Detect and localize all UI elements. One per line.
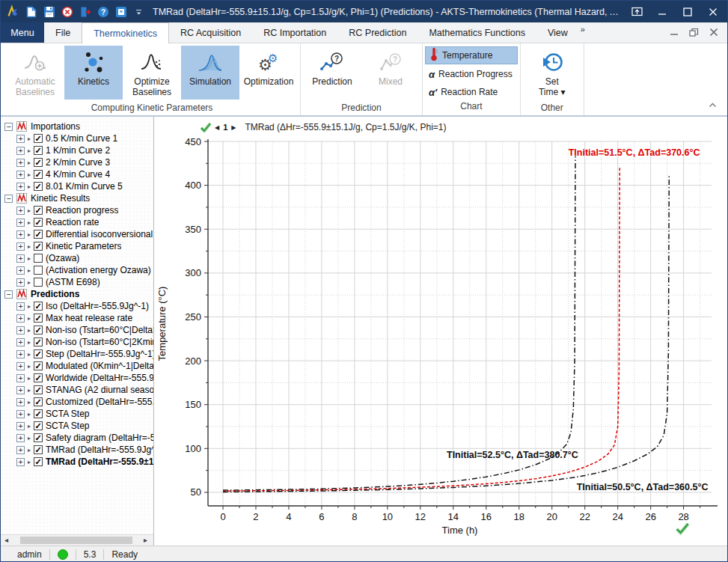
set-time-button[interactable]: Set Time ▾ bbox=[523, 46, 581, 100]
expand-box-icon[interactable]: + bbox=[16, 302, 25, 311]
expand-box-icon[interactable]: + bbox=[16, 362, 25, 370]
collapse-ribbon-button[interactable] bbox=[709, 97, 717, 111]
tree-item[interactable]: +▸✓Non-iso (Tstart=60°C|DeltaHr bbox=[1, 324, 153, 336]
save-icon[interactable] bbox=[43, 5, 55, 18]
expand-box-icon[interactable]: + bbox=[16, 219, 25, 227]
temperature-button[interactable]: Temperature bbox=[425, 46, 518, 64]
item-checkbox[interactable]: ✓ bbox=[34, 409, 43, 418]
item-checkbox[interactable] bbox=[34, 278, 43, 287]
close-file-icon[interactable] bbox=[61, 5, 73, 18]
item-checkbox[interactable]: ✓ bbox=[34, 134, 43, 143]
expand-box-icon[interactable]: + bbox=[16, 434, 25, 442]
mdi-restore-button[interactable] bbox=[689, 26, 699, 40]
tree-item[interactable]: +▸✓SCTA Step bbox=[1, 420, 153, 432]
tab-rc-importation[interactable]: RC Importation bbox=[252, 22, 337, 43]
tab-file[interactable]: File bbox=[44, 22, 82, 43]
tab-rc-prediction[interactable]: RC Prediction bbox=[337, 22, 417, 43]
window-icon[interactable] bbox=[114, 5, 127, 18]
prediction-button[interactable]: ?Prediction bbox=[303, 46, 361, 100]
tree-item[interactable]: +▸✓1 K/min Curve 2 bbox=[1, 144, 153, 156]
item-checkbox[interactable]: ✓ bbox=[34, 242, 43, 251]
item-checkbox[interactable]: ✓ bbox=[34, 445, 43, 454]
tree-section-importations[interactable]: −Importations bbox=[1, 120, 153, 132]
tree-item[interactable]: +▸(Activation energy Ozawa) bbox=[1, 264, 153, 276]
exit-icon[interactable] bbox=[79, 5, 91, 18]
kinetics-button[interactable]: Kinetics bbox=[64, 46, 123, 100]
tree-item[interactable]: +▸✓2 K/min Curve 3 bbox=[1, 156, 153, 168]
item-checkbox[interactable]: ✓ bbox=[34, 158, 43, 167]
item-checkbox[interactable]: ✓ bbox=[34, 182, 43, 191]
tree-item[interactable]: +▸✓Reaction rate bbox=[1, 216, 153, 228]
scroll-left-arrow-icon[interactable]: ◂ bbox=[4, 535, 8, 546]
optimize-baselines-button[interactable]: Optimize Baselines bbox=[123, 46, 181, 100]
tree-item[interactable]: +▸✓TMRad (DeltaHr=-555.9Jg^-1 bbox=[1, 444, 153, 456]
item-checkbox[interactable]: ✓ bbox=[34, 457, 43, 466]
item-checkbox[interactable] bbox=[34, 266, 43, 275]
tree-item[interactable]: +▸✓4 K/min Curve 4 bbox=[1, 168, 153, 180]
pin-window-button[interactable] bbox=[624, 2, 649, 22]
tree-item[interactable]: +▸✓0.5 K/min Curve 1 bbox=[1, 132, 153, 144]
expand-box-icon[interactable]: + bbox=[16, 242, 25, 251]
collapse-box-icon[interactable]: − bbox=[4, 123, 13, 131]
reaction-rate-button[interactable]: α′Reaction Rate bbox=[425, 84, 518, 100]
tree-item[interactable]: +▸✓STANAG (A2 diurnal seasona bbox=[1, 384, 153, 396]
tree-item[interactable]: +▸✓Safety diagram (DeltaHr=-555 bbox=[1, 432, 153, 444]
item-checkbox[interactable]: ✓ bbox=[34, 230, 43, 239]
pager-next-button[interactable]: ▶ bbox=[231, 124, 236, 131]
item-checkbox[interactable]: ✓ bbox=[34, 146, 43, 155]
expand-box-icon[interactable]: + bbox=[16, 278, 25, 287]
tree-item[interactable]: +▸✓Differential isoconversional bbox=[1, 228, 153, 240]
expand-box-icon[interactable]: + bbox=[16, 159, 25, 167]
expand-box-icon[interactable]: + bbox=[16, 374, 25, 382]
tree-horizontal-scrollbar[interactable]: ◂ ▸ bbox=[1, 534, 153, 546]
item-checkbox[interactable]: ✓ bbox=[34, 337, 43, 346]
expand-box-icon[interactable]: + bbox=[16, 230, 25, 239]
expand-box-icon[interactable]: + bbox=[16, 207, 25, 215]
menu-button[interactable]: Menu bbox=[1, 22, 44, 43]
expand-box-icon[interactable]: + bbox=[16, 338, 25, 346]
expand-box-icon[interactable]: + bbox=[16, 183, 25, 191]
tree-item[interactable]: +▸(Ozawa) bbox=[1, 252, 153, 264]
expand-box-icon[interactable]: + bbox=[16, 171, 25, 179]
minimize-button[interactable] bbox=[649, 2, 675, 22]
expand-box-icon[interactable]: + bbox=[16, 458, 25, 466]
item-checkbox[interactable] bbox=[34, 254, 43, 263]
tab-mathematics-functions[interactable]: Mathematics Functions bbox=[417, 22, 536, 43]
expand-box-icon[interactable]: + bbox=[16, 446, 25, 454]
item-checkbox[interactable]: ✓ bbox=[34, 421, 43, 430]
item-checkbox[interactable]: ✓ bbox=[34, 218, 43, 227]
expand-box-icon[interactable]: + bbox=[16, 147, 25, 155]
item-checkbox[interactable]: ✓ bbox=[34, 433, 43, 442]
pager-prev-button[interactable]: ◀ bbox=[215, 124, 219, 131]
expand-box-icon[interactable]: + bbox=[16, 135, 25, 143]
tree-item[interactable]: +▸✓8.01 K/min Curve 5 bbox=[1, 180, 153, 192]
tree-item[interactable]: +▸✓Worldwide (DeltaHr=-555.9Jg bbox=[1, 372, 153, 384]
tab-thermokinetics[interactable]: Thermokinetics bbox=[82, 22, 169, 43]
expand-box-icon[interactable]: + bbox=[16, 410, 25, 418]
item-checkbox[interactable]: ✓ bbox=[34, 361, 43, 370]
tree-item[interactable]: +▸✓Customized (DeltaHr=-555.9J bbox=[1, 396, 153, 408]
collapse-box-icon[interactable]: − bbox=[4, 290, 13, 299]
expand-box-icon[interactable]: + bbox=[16, 314, 25, 323]
tab-view[interactable]: View bbox=[536, 22, 579, 43]
reaction-progress-button[interactable]: αReaction Progress bbox=[425, 66, 518, 82]
tree-item[interactable]: +▸✓TMRad (DeltaHr=-555.9±15.1 bbox=[1, 456, 153, 468]
tree-item[interactable]: +▸✓SCTA Step bbox=[1, 408, 153, 420]
expand-box-icon[interactable]: + bbox=[16, 398, 25, 406]
tree-item[interactable]: +▸(ASTM E698) bbox=[1, 276, 153, 288]
item-checkbox[interactable]: ✓ bbox=[34, 206, 43, 215]
item-checkbox[interactable]: ✓ bbox=[34, 397, 43, 406]
help-icon[interactable]: ? bbox=[97, 5, 109, 18]
new-file-icon[interactable] bbox=[25, 5, 37, 18]
item-checkbox[interactable]: ✓ bbox=[34, 373, 43, 382]
maximize-button[interactable] bbox=[675, 2, 700, 22]
dropdown-caret-icon[interactable] bbox=[132, 5, 145, 18]
close-button[interactable] bbox=[700, 2, 726, 22]
scrollbar-thumb[interactable] bbox=[20, 537, 132, 544]
tree-item[interactable]: +▸✓Iso (DeltaHr=-555.9Jg^-1) bbox=[1, 300, 153, 312]
tree-section-predictions[interactable]: −Predictions bbox=[1, 288, 153, 300]
expand-box-icon[interactable]: + bbox=[16, 350, 25, 358]
tree-item[interactable]: +▸✓Max heat release rate bbox=[1, 312, 153, 324]
tab-overflow-chevron-icon[interactable]: » bbox=[579, 22, 590, 43]
tree-item[interactable]: +▸✓Reaction progress bbox=[1, 204, 153, 216]
